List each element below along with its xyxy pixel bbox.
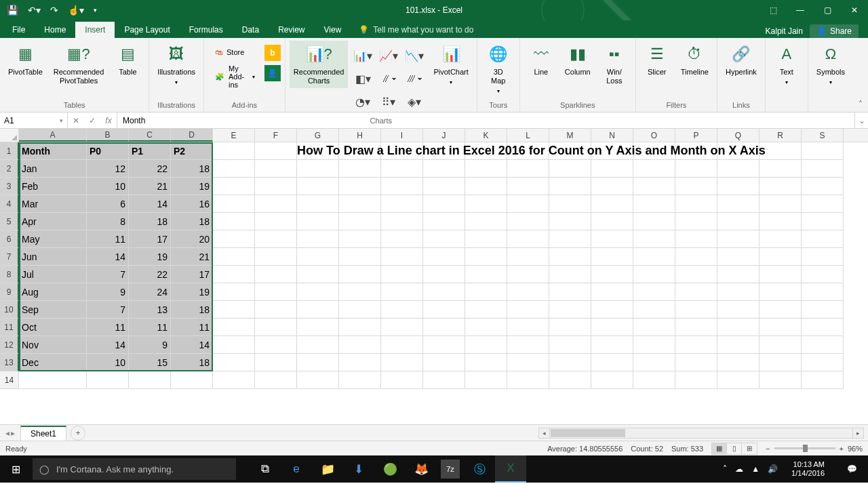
ribbon-options-icon[interactable]: ⬚ [760, 0, 787, 20]
cell[interactable] [255, 336, 297, 354]
cell[interactable]: 7 [87, 266, 129, 283]
cell[interactable]: 14 [87, 336, 129, 354]
explorer-icon[interactable]: 📁 [312, 455, 343, 483]
onedrive-icon[interactable]: ☁ [735, 464, 743, 474]
cell[interactable]: Jan [19, 160, 87, 178]
cell[interactable]: 16 [171, 195, 213, 213]
cell[interactable] [19, 371, 87, 389]
skype-icon[interactable]: Ⓢ [464, 455, 495, 483]
cell[interactable] [297, 336, 339, 354]
cell[interactable] [633, 195, 675, 213]
cell[interactable] [549, 319, 591, 336]
page-layout-icon[interactable]: ▯ [727, 443, 742, 454]
cell[interactable] [633, 266, 675, 283]
cell[interactable] [213, 213, 255, 230]
text-button[interactable]: AText▾ [770, 41, 804, 89]
3d-map-button[interactable]: 🌐3D Map▾ [481, 41, 515, 98]
tray-expand-icon[interactable]: ˄ [723, 464, 727, 474]
cell[interactable] [297, 354, 339, 371]
cell[interactable]: Mar [19, 195, 87, 213]
chrome-icon[interactable]: 🟢 [374, 455, 406, 483]
tab-file[interactable]: File [3, 22, 35, 38]
minimize-icon[interactable]: — [787, 0, 814, 20]
cell[interactable] [213, 266, 255, 283]
sparkline-line-button[interactable]: 〰Line [524, 41, 558, 79]
cell[interactable]: 9 [87, 283, 129, 301]
recommended-pivot-button[interactable]: ▦?Recommended PivotTables [50, 41, 108, 88]
sheet-tab[interactable]: Sheet1 [20, 426, 66, 441]
cell[interactable] [465, 354, 507, 371]
cell[interactable] [507, 319, 549, 336]
7zip-icon[interactable]: 7z [441, 460, 460, 479]
recommended-charts-button[interactable]: 📊?Recommended Charts [290, 41, 349, 88]
edge-icon[interactable]: e [281, 455, 312, 483]
cell[interactable] [591, 178, 633, 195]
column-header[interactable]: S [802, 129, 844, 142]
cell[interactable] [549, 371, 591, 389]
cell[interactable] [381, 336, 423, 354]
cell[interactable] [339, 230, 381, 248]
downloads-icon[interactable]: ⬇ [343, 455, 374, 483]
zoom-level[interactable]: 96% [848, 445, 863, 453]
cell[interactable] [381, 354, 423, 371]
cell[interactable]: 18 [171, 301, 213, 319]
cell[interactable]: Nov [19, 336, 87, 354]
cell[interactable] [423, 160, 465, 178]
collapse-ribbon-icon[interactable]: ˄ [853, 97, 868, 112]
cell[interactable]: 6 [87, 195, 129, 213]
row-header[interactable]: 13 [0, 354, 19, 371]
row-header[interactable]: 8 [0, 266, 19, 283]
cell[interactable] [423, 248, 465, 266]
cell[interactable] [255, 301, 297, 319]
cell[interactable]: 17 [129, 230, 171, 248]
cell[interactable] [591, 301, 633, 319]
cell[interactable] [717, 336, 760, 354]
cell[interactable]: 10 [87, 354, 129, 371]
cell[interactable] [549, 283, 591, 301]
hyperlink-button[interactable]: 🔗Hyperlink [722, 41, 761, 79]
cell[interactable] [339, 301, 381, 319]
cell[interactable]: 13 [129, 301, 171, 319]
cell[interactable]: 18 [171, 354, 213, 371]
cell[interactable]: 11 [87, 230, 129, 248]
redo-icon[interactable]: ↷ [50, 5, 58, 16]
cell[interactable] [760, 142, 802, 160]
column-chart-icon[interactable]: 📊▾ [353, 49, 372, 62]
cell[interactable] [760, 178, 802, 195]
cell[interactable] [802, 213, 844, 230]
cell[interactable] [381, 230, 423, 248]
cell[interactable]: May [19, 230, 87, 248]
cell[interactable] [381, 213, 423, 230]
cell[interactable] [802, 319, 844, 336]
cell[interactable] [802, 195, 844, 213]
cell[interactable]: 21 [129, 178, 171, 195]
cell[interactable] [802, 230, 844, 248]
horizontal-scrollbar[interactable]: ◂ ▸ [538, 428, 864, 439]
formula-bar[interactable]: Month [117, 113, 854, 128]
cell[interactable] [507, 266, 549, 283]
cell[interactable] [213, 230, 255, 248]
cell[interactable] [633, 336, 675, 354]
enter-formula-icon[interactable]: ✓ [84, 116, 100, 125]
cell[interactable] [549, 213, 591, 230]
cell[interactable]: Jul [19, 266, 87, 283]
column-header[interactable]: M [549, 129, 591, 142]
cell[interactable] [633, 248, 675, 266]
cell[interactable] [760, 336, 802, 354]
cancel-formula-icon[interactable]: ✕ [68, 116, 84, 125]
cell[interactable] [760, 248, 802, 266]
cell[interactable] [633, 283, 675, 301]
cell[interactable]: 20 [171, 230, 213, 248]
cell[interactable] [591, 248, 633, 266]
cell[interactable] [549, 195, 591, 213]
cell[interactable] [591, 266, 633, 283]
cell[interactable] [423, 283, 465, 301]
row-header[interactable]: 10 [0, 301, 19, 319]
cell[interactable] [717, 195, 760, 213]
cell[interactable]: 19 [129, 248, 171, 266]
cell[interactable] [423, 178, 465, 195]
cell[interactable] [507, 195, 549, 213]
cell[interactable] [633, 301, 675, 319]
cell[interactable] [675, 213, 717, 230]
column-header[interactable]: B [87, 129, 129, 142]
